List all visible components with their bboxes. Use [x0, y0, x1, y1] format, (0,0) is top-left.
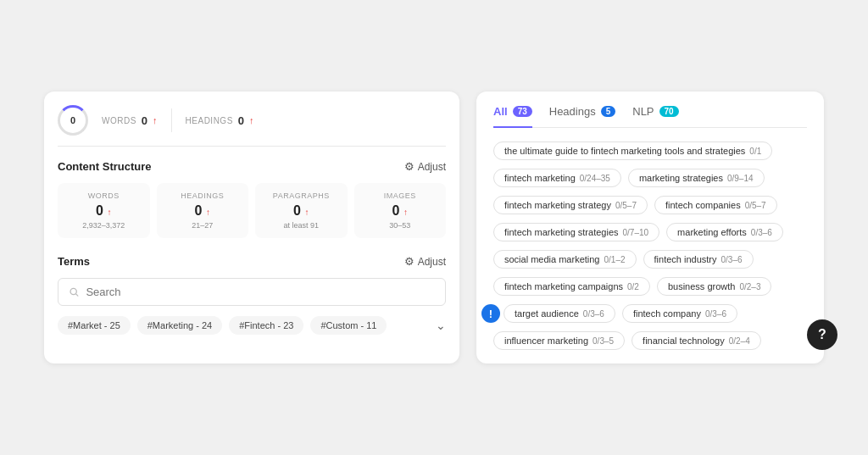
- adjust-label: Adjust: [418, 161, 446, 173]
- term-text: target audience: [515, 308, 579, 319]
- chevron-down-icon[interactable]: ⌄: [436, 319, 446, 332]
- terms-row-0: the ultimate guide to fintech marketing …: [493, 141, 807, 160]
- metric-images-value: 0 ↑: [361, 203, 440, 219]
- search-icon: [69, 286, 79, 297]
- metric-images-label: IMAGES: [361, 191, 440, 200]
- metric-paragraphs-label: PARAGRAPHS: [262, 191, 341, 200]
- terms-row-1: fintech marketing 0/24–35 marketing stra…: [493, 169, 807, 187]
- gauge-value: 0: [70, 115, 75, 125]
- tab-nlp-label: NLP: [632, 105, 654, 118]
- words-stat-arrow: ↑: [153, 115, 158, 125]
- tab-nlp-badge: 70: [659, 106, 679, 117]
- term-text: fintech marketing: [504, 173, 576, 183]
- term-score: 0/5–7: [745, 201, 766, 210]
- adjust-button[interactable]: ⚙ Adjust: [404, 160, 446, 173]
- tag-fintech[interactable]: #Fintech - 23: [229, 316, 303, 335]
- term-pill: the ultimate guide to fintech marketing …: [493, 141, 772, 160]
- term-score: 0/7–10: [623, 228, 649, 237]
- metric-words: WORDS 0 ↑ 2,932–3,372: [58, 183, 150, 238]
- term-score: 0/3–5: [593, 336, 614, 346]
- term-pill: influencer marketing 0/3–5: [493, 331, 625, 350]
- metric-images-sub: 30–53: [361, 221, 440, 230]
- metrics-grid: WORDS 0 ↑ 2,932–3,372 HEADINGS 0 ↑ 21–27…: [58, 183, 446, 238]
- term-text: financial technology: [643, 336, 725, 346]
- terms-title: Terms: [58, 255, 90, 268]
- term-text: fintech industry: [654, 254, 717, 264]
- term-text: marketing strategies: [639, 173, 723, 183]
- term-pill: business growth 0/2–3: [657, 277, 772, 296]
- metric-headings: HEADINGS 0 ↑ 21–27: [157, 183, 249, 238]
- warning-badge: !: [481, 304, 500, 323]
- metric-headings-sub: 21–27: [164, 221, 242, 230]
- stat-divider: [171, 108, 172, 132]
- term-text: social media marketing: [504, 254, 600, 264]
- tab-all[interactable]: All 73: [493, 105, 532, 128]
- svg-line-1: [76, 294, 78, 296]
- terms-section: Terms ⚙ Adjust #Market - 25 #Marketing -…: [58, 255, 446, 335]
- term-score: 0/2: [627, 282, 639, 291]
- tags-row: #Market - 25 #Marketing - 24 #Fintech - …: [58, 316, 446, 335]
- words-stat-label: WORDS: [102, 116, 136, 125]
- search-box[interactable]: [58, 278, 446, 306]
- term-pill: fintech marketing campaigns 0/2: [493, 277, 650, 296]
- help-button[interactable]: ?: [807, 319, 837, 350]
- terms-adjust-icon: ⚙: [404, 255, 415, 268]
- tabs-row: All 73 Headings 5 NLP 70: [493, 105, 807, 128]
- term-score: 0/9–14: [727, 174, 754, 183]
- terms-row-4: social media marketing 0/1–2 fintech ind…: [493, 250, 807, 269]
- tab-nlp[interactable]: NLP 70: [632, 105, 678, 128]
- term-pill: fintech companies 0/5–7: [654, 196, 777, 214]
- terms-row-7: influencer marketing 0/3–5 financial tec…: [493, 331, 807, 350]
- help-icon: ?: [818, 327, 826, 342]
- term-score: 0/1: [749, 147, 761, 156]
- term-score: 0/24–35: [580, 174, 610, 183]
- tag-marketing[interactable]: #Marketing - 24: [137, 316, 222, 335]
- terms-row-2: fintech marketing strategy 0/5–7 fintech…: [493, 196, 807, 214]
- right-panel: All 73 Headings 5 NLP 70 the ultimate gu…: [476, 92, 824, 363]
- term-score: 0/2–4: [729, 336, 750, 346]
- term-text: influencer marketing: [504, 336, 588, 346]
- terms-row-5: fintech marketing campaigns 0/2 business…: [493, 277, 807, 296]
- metric-words-label: WORDS: [64, 191, 143, 200]
- term-pill: fintech company 0/3–6: [622, 304, 737, 323]
- term-text: fintech marketing campaigns: [504, 281, 623, 291]
- tab-headings[interactable]: Headings 5: [549, 105, 616, 128]
- search-input[interactable]: [86, 286, 435, 298]
- term-score: 0/1–2: [604, 255, 626, 264]
- metric-paragraphs-sub: at least 91: [262, 221, 341, 230]
- term-score: 0/3–6: [721, 255, 743, 264]
- term-score: 0/5–7: [615, 201, 637, 210]
- term-pill: social media marketing 0/1–2: [493, 250, 637, 269]
- content-structure-title: Content Structure: [58, 160, 152, 173]
- metric-headings-label: HEADINGS: [164, 191, 242, 200]
- term-pill: marketing strategies 0/9–14: [628, 169, 765, 187]
- gauge-circle: 0: [58, 105, 88, 136]
- term-text: the ultimate guide to fintech marketing …: [504, 146, 745, 156]
- left-panel: 0 WORDS 0 ↑ HEADINGS 0 ↑ Content Structu…: [44, 92, 459, 363]
- term-score: 0/3–6: [705, 309, 726, 319]
- tab-headings-badge: 5: [601, 106, 616, 117]
- terms-list: the ultimate guide to fintech marketing …: [493, 141, 807, 350]
- tag-market[interactable]: #Market - 25: [58, 316, 131, 335]
- headings-stat-value: 0: [238, 114, 244, 127]
- metric-paragraphs: PARAGRAPHS 0 ↑ at least 91: [255, 183, 348, 238]
- term-text: marketing efforts: [677, 227, 747, 237]
- term-pill: fintech marketing 0/24–35: [493, 169, 621, 187]
- term-pill: marketing efforts 0/3–6: [666, 223, 783, 241]
- term-pill: financial technology 0/2–4: [632, 331, 761, 350]
- terms-adjust-button[interactable]: ⚙ Adjust: [404, 255, 446, 268]
- tag-custom[interactable]: #Custom - 11: [310, 316, 387, 335]
- metric-words-sub: 2,932–3,372: [64, 221, 143, 230]
- terms-adjust-label: Adjust: [418, 256, 446, 268]
- term-score: 0/3–6: [751, 228, 772, 237]
- metric-paragraphs-value: 0 ↑: [262, 203, 341, 219]
- tab-all-label: All: [493, 105, 508, 118]
- terms-row-3: fintech marketing strategies 0/7–10 mark…: [493, 223, 807, 241]
- metric-images: IMAGES 0 ↑ 30–53: [354, 183, 447, 238]
- headings-stat: HEADINGS 0 ↑: [186, 114, 254, 127]
- tab-all-badge: 73: [513, 106, 532, 117]
- terms-header: Terms ⚙ Adjust: [58, 255, 446, 268]
- term-score: 0/2–3: [739, 282, 760, 291]
- term-text: fintech marketing strategies: [504, 227, 619, 237]
- words-stat-value: 0: [142, 114, 147, 127]
